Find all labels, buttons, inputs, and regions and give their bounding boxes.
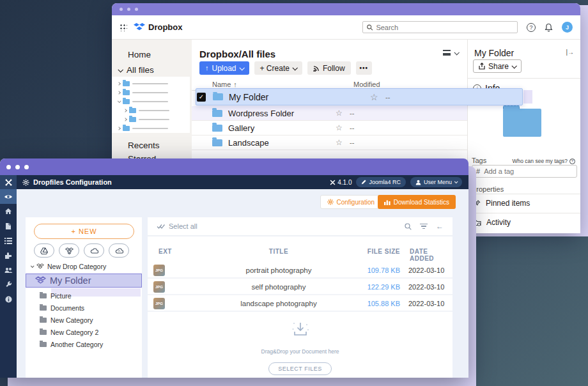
tags-help-link[interactable]: Who can see my tags? ? [513, 158, 575, 164]
category-item[interactable]: Another Category [40, 341, 103, 348]
follow-button[interactable]: Follow [307, 61, 351, 75]
cloud-storage-button[interactable] [109, 243, 129, 258]
pinned-items-row[interactable]: Pinned items [473, 199, 530, 208]
file-date: 2022-03-10 [408, 266, 444, 274]
collapse-panel-icon[interactable]: |→ [566, 49, 574, 56]
dropbox-header: Dropbox ? J [112, 15, 580, 40]
checkbox-checked[interactable]: ✓ [197, 93, 206, 102]
add-tag-field[interactable]: # [472, 165, 577, 178]
category-root[interactable]: New Drop Category [31, 263, 106, 270]
share-button[interactable]: Share [473, 59, 522, 73]
column-modified[interactable]: Modified [353, 81, 380, 88]
column-ext[interactable]: EXT [159, 248, 172, 255]
help-button[interactable]: ? [527, 23, 536, 32]
tree-row[interactable] [118, 124, 190, 133]
file-browser-panel: Select all ← EXT TITLE FILE SIZE DATE AD… [148, 217, 453, 378]
chevron-down-icon [454, 180, 458, 183]
column-title[interactable]: TITLE [224, 248, 333, 255]
notifications-bell-icon[interactable] [545, 23, 553, 32]
properties-label: Properties [472, 185, 504, 193]
column-date-added[interactable]: DATE ADDED [410, 248, 453, 262]
search-icon[interactable] [405, 223, 412, 230]
table-row[interactable]: JPG self photography 122.29 KB 2022-03-1… [148, 279, 453, 295]
star-icon[interactable]: ☆ [336, 123, 343, 132]
search-input[interactable] [376, 24, 513, 31]
upload-button[interactable]: ↑ Upload [199, 61, 249, 75]
modified-value: -- [385, 93, 390, 101]
rail-item-preview[interactable] [0, 189, 17, 204]
window-controls[interactable] [120, 8, 138, 11]
user-menu-button[interactable]: User Menu [410, 177, 462, 187]
file-title: landscape photography [224, 300, 333, 307]
activity-row[interactable]: Activity [473, 218, 511, 227]
select-all-button[interactable]: Select all [157, 222, 197, 230]
file-type-badge: JPG [153, 281, 165, 293]
file-row[interactable]: Landscape ☆ -- [192, 135, 467, 150]
category-item[interactable]: Documents [40, 304, 84, 312]
rail-item-system[interactable] [0, 277, 17, 292]
chart-icon [384, 199, 391, 205]
category-item[interactable]: New Category [40, 316, 93, 324]
star-icon[interactable]: ☆ [370, 92, 378, 102]
tree-row[interactable] [118, 106, 190, 115]
dropbox-brand[interactable]: Dropbox [134, 22, 182, 32]
view-switch-button[interactable] [443, 50, 458, 56]
table-row[interactable]: JPG landscape photography 105.88 KB 2022… [148, 295, 453, 312]
tree-row[interactable] [118, 97, 190, 106]
dropfiles-body: Configuration Download Statistics + NEW [0, 189, 468, 378]
joomla-logo[interactable] [0, 175, 17, 189]
tree-row[interactable] [118, 79, 190, 88]
rail-item-users[interactable] [0, 263, 17, 277]
download-statistics-button[interactable]: Download Statistics [378, 195, 456, 209]
table-row[interactable]: JPG portrait photography 109.78 KB 2022-… [148, 262, 453, 279]
folder-icon [212, 125, 222, 132]
file-row[interactable]: Gallery ☆ -- [192, 121, 467, 135]
category-item[interactable]: New Category 2 [40, 328, 98, 336]
column-name[interactable]: Name↑ [212, 81, 237, 88]
dropzone[interactable]: Drag&Drop your Document here SELECT FILE… [148, 316, 453, 378]
rail-item-content[interactable] [0, 219, 17, 233]
chevron-down-icon [239, 65, 244, 70]
selected-file-row-dragging[interactable]: ✓ My Folder ☆ -- [196, 88, 523, 105]
file-table: JPG portrait photography 109.78 KB 2022-… [148, 262, 453, 312]
dropbox-button[interactable] [59, 243, 79, 258]
apps-grid-icon[interactable] [120, 24, 127, 31]
sidebar-item-recents[interactable]: Recents [128, 141, 160, 150]
star-icon[interactable]: ☆ [336, 109, 343, 118]
column-file-size[interactable]: FILE SIZE [359, 248, 400, 255]
avatar[interactable]: J [562, 22, 573, 33]
category-selected-my-folder[interactable]: My Folder [26, 274, 142, 288]
sidebar-item-home[interactable]: Home [128, 50, 151, 59]
chevron-right-icon [117, 91, 121, 95]
configuration-button[interactable]: Configuration [320, 195, 382, 209]
new-category-button[interactable]: + NEW [34, 224, 134, 239]
tree-row[interactable] [118, 88, 190, 97]
file-name: My Folder [229, 92, 268, 102]
category-item[interactable]: Picture [40, 292, 72, 300]
filter-icon[interactable] [420, 224, 428, 229]
more-options-button[interactable]: ••• [356, 61, 373, 75]
modified-value: -- [350, 139, 354, 146]
tree-row[interactable] [118, 115, 190, 124]
create-button[interactable]: + Create [254, 61, 302, 75]
folder-icon [129, 117, 136, 122]
file-name: Wordpress Folder [228, 109, 294, 118]
folder-icon [212, 139, 222, 146]
collapse-left-icon[interactable]: ← [436, 222, 444, 231]
rail-item-info[interactable] [0, 292, 17, 307]
search-box[interactable] [362, 21, 518, 33]
upload-dropzone-icon [291, 321, 310, 339]
select-files-button[interactable]: SELECT FILES [268, 362, 331, 375]
tag-input[interactable] [484, 167, 573, 175]
window-controls[interactable] [6, 165, 29, 169]
sidebar-item-all-files[interactable]: All files [118, 65, 154, 75]
star-icon[interactable]: ☆ [336, 138, 343, 147]
file-row[interactable]: Wordpress Folder ☆ -- [192, 106, 467, 121]
joomla-rc-badge[interactable]: Joomla4 RC [356, 177, 406, 187]
rail-item-home[interactable] [0, 204, 17, 219]
list-view-icon [443, 50, 451, 56]
onedrive-button[interactable] [84, 243, 104, 258]
rail-item-components[interactable] [0, 248, 17, 263]
google-drive-button[interactable] [34, 243, 54, 258]
rail-item-menus[interactable] [0, 233, 17, 248]
